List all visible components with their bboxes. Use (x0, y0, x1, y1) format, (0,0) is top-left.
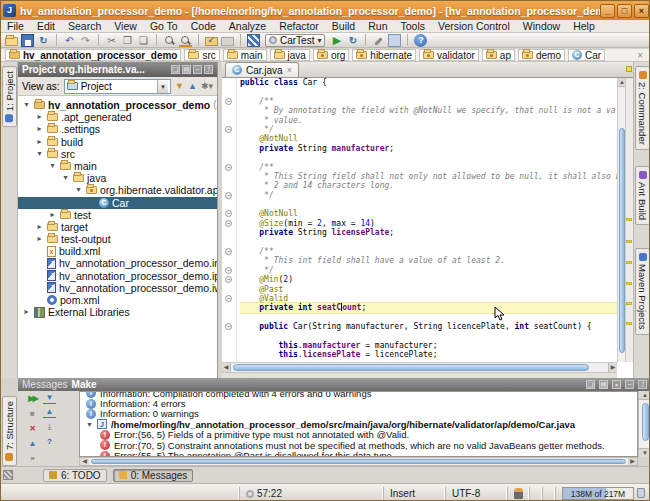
tool-button-2-commander[interactable]: 2: Commander (635, 66, 650, 150)
code-line[interactable]: * value. (240, 116, 617, 125)
up-icon[interactable]: ▲ (26, 438, 39, 450)
gutter-cell[interactable]: − (222, 209, 236, 218)
editor-horizontal-scrollbar[interactable]: ◀ ▶ (222, 362, 617, 372)
sync-icon[interactable]: ↻ (37, 34, 50, 47)
fold-end-icon[interactable]: − (225, 192, 232, 199)
gutter-cell[interactable]: − (222, 294, 236, 303)
tree-item-java[interactable]: ▾java (18, 172, 217, 184)
fold-end-icon[interactable]: − (225, 126, 232, 133)
chevron-right-icon[interactable]: ▸ (35, 136, 44, 148)
chevron-down-icon[interactable]: ▾ (61, 172, 70, 184)
fold-open-icon[interactable]: − (225, 98, 232, 105)
scroll-right-icon[interactable]: ▶ (628, 458, 637, 465)
code-line[interactable]: /** (240, 97, 617, 106)
chevron-down-icon[interactable]: ▾ (74, 184, 83, 196)
chevron-right-icon[interactable]: ▸ (35, 233, 44, 245)
menu-item-code[interactable]: Code (191, 20, 216, 32)
code-line[interactable]: @Size(min = 2, max = 14) (240, 219, 617, 228)
code-line[interactable] (240, 153, 617, 162)
code-line[interactable]: @Past (240, 285, 617, 294)
highlighting-level-cell[interactable] (507, 487, 529, 500)
gutter-cell[interactable]: − (222, 163, 236, 172)
help-icon[interactable]: ? (414, 34, 427, 47)
menu-item-tools[interactable]: Tools (400, 20, 425, 32)
code-line[interactable]: @NotNull (240, 209, 617, 218)
menu-item-window[interactable]: Window (523, 20, 560, 32)
fold-end-icon[interactable]: − (225, 220, 232, 227)
breadcrumb-item-validator[interactable]: validator (419, 49, 479, 61)
error-stripe-mark[interactable] (626, 282, 632, 285)
menu-item-edit[interactable]: Edit (37, 20, 55, 32)
tree-item-settings[interactable]: ▸.settings (18, 123, 217, 135)
message-row[interactable]: iInformation: 0 warnings (80, 409, 637, 419)
gutter-cell[interactable]: − (222, 219, 236, 228)
code-line[interactable]: /** (240, 163, 617, 172)
code-line[interactable]: * By annotating the field with @NotNull … (240, 106, 617, 115)
collapse-all-icon[interactable]: ▲ (43, 407, 56, 418)
scroll-left-icon[interactable]: ◀ (80, 458, 89, 465)
breadcrumb-item-car[interactable]: CCar (568, 49, 605, 61)
undo-icon[interactable]: ↶ (63, 34, 76, 47)
caret-position[interactable]: 57:22 (239, 487, 288, 500)
breadcrumb-item-hv-annotation-processor-demo[interactable]: hv_annotation_processor_demo (5, 49, 181, 61)
menu-item-build[interactable]: Build (332, 20, 355, 32)
error-stripe-mark[interactable] (626, 302, 632, 305)
tree-item-apt-generated[interactable]: ▸.apt_generated (18, 111, 217, 123)
fold-open-icon[interactable]: − (225, 210, 232, 217)
tool-button-6-todo[interactable]: 6: TODO (43, 469, 107, 482)
garbage-collect-icon[interactable] (637, 488, 645, 498)
breadcrumb-item-demo[interactable]: demo (518, 49, 565, 61)
paste-icon[interactable]: ❏ (137, 34, 150, 47)
message-row[interactable]: !Error:(70, 5) Constraint annotations mu… (80, 440, 637, 450)
code-line[interactable]: private int seatCount; (240, 303, 617, 312)
code-line[interactable] (240, 313, 617, 322)
code-line[interactable]: * This String field shall not only not a… (240, 172, 617, 181)
tool-button-ant-build[interactable]: Ant Build (635, 166, 650, 225)
error-stripe-mark[interactable] (626, 322, 632, 325)
maximize-button[interactable]: □ (617, 4, 632, 18)
code-line[interactable] (240, 87, 617, 96)
editor-tab-car-java[interactable]: C Car.java × (225, 62, 299, 77)
chevron-right-icon[interactable]: ▸ (35, 221, 44, 233)
expand-all-icon[interactable]: ▼ (43, 393, 56, 404)
gutter-cell[interactable]: − (222, 191, 236, 200)
breadcrumb-item-src[interactable]: src (184, 49, 219, 61)
close-button[interactable]: × (634, 4, 649, 18)
menu-item-help[interactable]: Help (573, 20, 595, 32)
toolwindow-toggle-icon[interactable] (3, 470, 13, 480)
run-icon[interactable]: ▶ (330, 34, 343, 47)
tree-item-hv-annotation-processor-demo[interactable]: ▾hv_annotation_processor_demo (/home/ (18, 99, 217, 111)
back-icon[interactable] (205, 37, 218, 46)
cut-icon[interactable]: ✂ (105, 34, 118, 47)
breadcrumb-item-org[interactable]: org (313, 49, 349, 61)
menu-item-go-to[interactable]: Go To (150, 20, 178, 32)
messages-horizontal-scrollbar[interactable]: ◀ ▶ (79, 457, 638, 466)
fold-open-icon[interactable]: − (225, 248, 232, 255)
hide-icon[interactable]: ⤴ (204, 65, 213, 74)
gutter-cell[interactable]: − (222, 97, 236, 106)
tree-item-hv-annotation-processor-demo-iml[interactable]: Jhv_annotation_processor_demo.iml (18, 257, 217, 269)
tree-item-external-libraries[interactable]: ▸External Libraries (18, 306, 217, 318)
chevron-down-icon[interactable]: ▾ (48, 160, 57, 172)
tree-item-src[interactable]: ▾src (18, 148, 217, 160)
make-icon[interactable] (247, 34, 260, 47)
coverage-icon[interactable]: ↻ (346, 34, 359, 47)
menu-item-file[interactable]: File (7, 20, 24, 32)
fold-open-icon[interactable]: − (225, 276, 232, 283)
chevron-right-icon[interactable]: ▸ (35, 111, 44, 123)
minimize-icon[interactable]: − (193, 65, 202, 74)
minimize-button[interactable]: _ (600, 4, 615, 18)
help-icon[interactable]: ? (43, 436, 56, 448)
memory-bar[interactable]: 138M of 217M (562, 487, 634, 500)
code-line[interactable]: */ (240, 266, 617, 275)
dock-icon[interactable]: ▤ (182, 65, 191, 74)
save-icon[interactable] (21, 34, 34, 47)
tool-button-project[interactable]: 1: Project (2, 66, 17, 127)
breadcrumb-item-java[interactable]: java (270, 49, 310, 61)
tree-item-org-hibernate-validator-ap-demo[interactable]: ▾org.hibernate.validator.ap.demo (18, 184, 217, 196)
tree-item-hv-annotation-processor-demo-ipr[interactable]: Jhv_annotation_processor_demo.ipr (18, 270, 217, 282)
close-icon[interactable]: ✕ (26, 423, 39, 435)
menu-item-view[interactable]: View (114, 20, 137, 32)
code-line[interactable]: /** (240, 247, 617, 256)
horizontal-scroll-thumb[interactable] (233, 364, 589, 371)
